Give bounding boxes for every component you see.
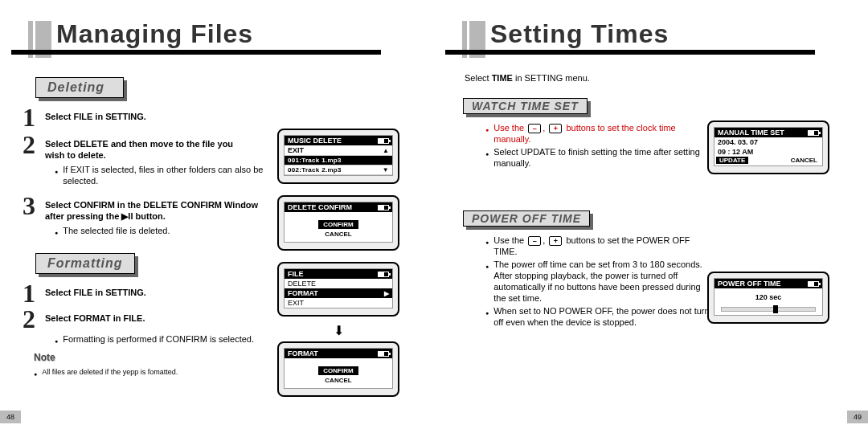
lcd-music-delete: MUSIC DELETE EXIT▲ 001:Track 1.mp3 002:T… [277,129,399,184]
power-bullet-2: The power off time can be set from 3 to … [485,259,710,304]
page-title: Setting Times [490,19,669,49]
header-rule [445,50,815,55]
formatting-step-1: 1 Select FILE in SETTING. [23,282,264,304]
page-number: 48 [0,411,21,423]
watch-bullet-1: Use the –, + buttons to set the clock ti… [485,122,710,145]
deleting-step-2: 2 Select DELETE and then move to the fil… [23,133,264,161]
power-off-slider [721,307,816,312]
page-48: Managing Files Deleting 1 Select FILE in… [0,0,434,433]
battery-icon [808,281,819,287]
lcd-power-off-time: POWER OFF TIME 120 sec [707,272,829,324]
deleting-step-1: 1 Select FILE in SETTING. [23,106,264,129]
deleting-heading: Deleting [35,77,124,98]
deleting-step-2-note: If EXIT is selected, files in other fold… [55,164,264,186]
lcd-format-confirm: FORMAT CONFIRM CANCEL [277,341,399,397]
power-off-time-heading: POWER OFF TIME [463,210,590,227]
minus-icon: – [528,236,541,246]
battery-icon [378,351,389,357]
arrow-down-icon: ⬇ [277,323,399,338]
power-bullet-3: When set to NO POWER OFF, the power does… [485,305,710,328]
deleting-step-3-note: The selected file is deleted. [55,225,264,239]
formatting-step-2-note: Formatting is performed if CONFIRM is se… [55,333,264,347]
page-49: Setting Times Select TIME in SETTING men… [434,0,868,433]
battery-icon [378,138,389,144]
formatting-heading: Formatting [35,253,135,274]
cancel-option: CANCEL [788,157,821,164]
page-number: 49 [847,411,868,423]
header-rule [11,50,381,55]
lcd-delete-confirm: DELETE CONFIRM CONFIRM CANCEL [277,195,399,251]
watch-time-set-heading: WATCH TIME SET [463,98,588,114]
battery-icon [378,272,389,277]
page-title: Managing Files [56,19,253,49]
lcd-file-menu: FILE DELETE FORMAT▶ EXIT [277,262,399,317]
formatting-step-2: 2 Select FORMAT in FILE. [23,308,264,330]
plus-icon: + [549,236,562,246]
intro-text: Select TIME in SETTING menu. [465,72,855,84]
deleting-step-3: 3 Select CONFIRM in the DELETE CONFIRM W… [23,194,264,222]
lcd-manual-time-set: MANUAL TIME SET 2004. 03. 07 09 : 12 AM … [707,121,829,174]
power-bullet-1: Use the –, + buttons to set the POWER OF… [485,235,710,257]
watch-bullet-2: Select UPDATE to finish setting the time… [485,146,710,169]
power-off-value: 120 sec [714,288,822,302]
minus-icon: – [528,124,541,133]
battery-icon [808,130,819,136]
battery-icon [378,205,389,210]
update-option: UPDATE [716,157,748,164]
plus-icon: + [549,124,562,133]
